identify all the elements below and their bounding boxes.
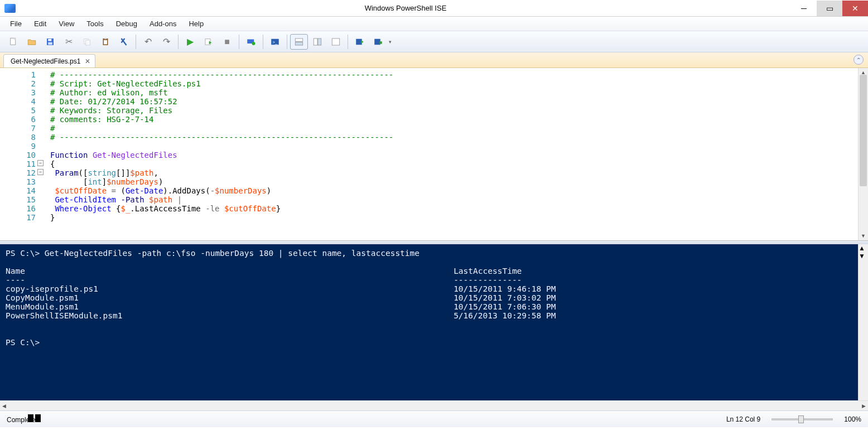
paste-icon[interactable] <box>97 34 114 50</box>
tab-label: Get-NeglectedFiles.ps1 <box>11 57 80 65</box>
powershell-tab-icon[interactable]: >_ <box>266 34 284 50</box>
editor-vertical-scrollbar[interactable]: ▲ ▼ <box>858 68 868 240</box>
separator <box>348 35 348 49</box>
app-icon <box>4 4 16 13</box>
maximize-button[interactable]: ▭ <box>817 1 842 16</box>
zoom-track[interactable] <box>771 418 833 420</box>
fold-icon[interactable]: − <box>37 169 44 175</box>
minimize-button[interactable]: ─ <box>791 1 817 16</box>
svg-rect-4 <box>48 42 52 45</box>
open-file-icon[interactable] <box>23 34 41 50</box>
editor-tab[interactable]: Get-NeglectedFiles.ps1 ✕ <box>3 54 95 67</box>
clear-icon[interactable] <box>115 34 133 50</box>
svg-rect-9 <box>104 38 107 39</box>
svg-rect-19 <box>332 38 340 45</box>
tab-close-icon[interactable]: ✕ <box>85 57 90 65</box>
new-remote-tab-icon[interactable] <box>242 34 260 50</box>
show-command-icon[interactable] <box>351 34 369 50</box>
svg-rect-20 <box>356 38 362 45</box>
svg-point-12 <box>252 42 255 45</box>
console-output[interactable]: PS C:\> Get-NeglectedFiles -path c:\fso … <box>0 244 858 400</box>
cut-icon[interactable]: ✂ <box>60 34 78 50</box>
close-button[interactable]: ✕ <box>842 1 868 16</box>
window-title: Windows PowerShell ISE <box>20 4 791 12</box>
console-vertical-scrollbar[interactable]: ▲ ▼ <box>858 244 868 400</box>
scroll-up-icon[interactable]: ▲ <box>859 244 868 252</box>
scroll-down-icon[interactable]: ▼ <box>859 231 868 240</box>
cursor-position: Ln 12 Col 9 <box>726 415 760 423</box>
console-pane[interactable]: PS C:\> Get-NeglectedFiles -path c:\fso … <box>0 244 868 400</box>
svg-rect-17 <box>314 38 317 45</box>
menu-file[interactable]: File <box>4 17 27 30</box>
zoom-level: 100% <box>844 415 861 423</box>
svg-rect-22 <box>379 41 382 44</box>
code-area[interactable]: # --------------------------------------… <box>39 68 858 240</box>
separator <box>239 35 239 49</box>
editor-tab-strip: Get-NeglectedFiles.ps1 ✕ ⌃ <box>0 52 868 68</box>
svg-rect-8 <box>104 40 107 45</box>
status-bar: Completed Ln 12 Col 9 100% <box>0 410 868 427</box>
svg-rect-15 <box>295 38 303 41</box>
toolbar: ✂ ↶ ↷ ▶ ■ >_ ▾ <box>0 31 868 52</box>
menu-edit[interactable]: Edit <box>28 17 52 30</box>
horizontal-scrollbar[interactable]: ◀▶ <box>0 400 868 410</box>
svg-rect-3 <box>48 38 51 41</box>
layout-right-icon[interactable] <box>308 34 326 50</box>
toolbar-overflow-icon[interactable]: ▾ <box>389 39 392 45</box>
status-state: Completed <box>7 414 42 424</box>
collapse-script-pane-icon[interactable]: ⌃ <box>853 55 864 65</box>
layout-max-icon[interactable] <box>327 34 345 50</box>
copy-icon[interactable] <box>78 34 96 50</box>
fold-icon[interactable]: − <box>37 160 44 166</box>
run-icon[interactable]: ▶ <box>181 34 199 50</box>
menu-addons[interactable]: Add-ons <box>144 17 182 30</box>
show-command-addon-icon[interactable] <box>369 34 387 50</box>
svg-rect-21 <box>374 38 380 45</box>
menu-bar: File Edit View Tools Debug Add-ons Help <box>0 17 868 31</box>
separator <box>263 35 263 49</box>
line-number-gutter: 1 2 3 4 5 6 7 8 9 10 11− 12− 13 14 15 16… <box>0 68 39 240</box>
separator <box>178 35 179 49</box>
zoom-slider[interactable] <box>771 418 833 420</box>
zoom-thumb[interactable] <box>798 415 804 423</box>
redo-icon[interactable]: ↷ <box>157 34 175 50</box>
menu-debug[interactable]: Debug <box>110 17 143 30</box>
svg-rect-6 <box>86 40 90 45</box>
save-icon[interactable] <box>41 34 59 50</box>
menu-tools[interactable]: Tools <box>81 17 109 30</box>
layout-top-icon[interactable] <box>290 34 308 50</box>
scroll-down-icon[interactable]: ▼ <box>859 252 868 260</box>
undo-icon[interactable]: ↶ <box>139 34 157 50</box>
new-file-icon[interactable] <box>4 34 22 50</box>
svg-rect-16 <box>295 42 303 45</box>
svg-text:>_: >_ <box>273 40 278 45</box>
script-editor[interactable]: 1 2 3 4 5 6 7 8 9 10 11− 12− 13 14 15 16… <box>0 68 868 241</box>
window-controls: ─ ▭ ✕ <box>791 1 868 16</box>
scroll-thumb[interactable] <box>860 75 867 186</box>
svg-rect-18 <box>318 38 321 45</box>
stop-icon[interactable]: ■ <box>218 34 236 50</box>
svg-rect-1 <box>14 38 16 40</box>
separator <box>136 35 136 49</box>
title-bar: Windows PowerShell ISE ─ ▭ ✕ <box>0 0 868 17</box>
run-selection-icon[interactable] <box>200 34 218 50</box>
menu-view[interactable]: View <box>53 17 80 30</box>
menu-help[interactable]: Help <box>183 17 209 30</box>
separator <box>287 35 287 49</box>
